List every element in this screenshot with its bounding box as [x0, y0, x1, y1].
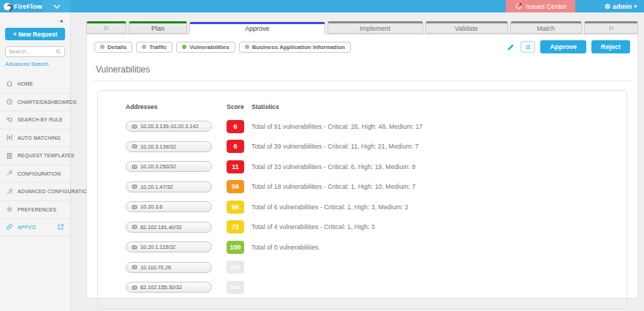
table-row: 82.102.155.30/32 N/A [126, 277, 619, 298]
sidebar-nav: HOME CHARTS/DASHBOARDS SEARCH BY RULE AU… [0, 75, 70, 236]
flag-icon: ⚐ [103, 25, 109, 32]
address-chip[interactable]: 10.110.70.26 [126, 262, 212, 273]
tab-validate[interactable]: Validate [425, 21, 508, 34]
search-icon [56, 48, 61, 55]
statistics-text: Total of 39 vulnerabilities - Critical: … [251, 143, 619, 150]
sidebar: ◄ + New Request Advanced Search HOME CHA… [0, 12, 71, 311]
reject-button[interactable]: Reject [591, 40, 630, 53]
statistics-text: Total of 0 vulnerabilities. [251, 244, 619, 251]
caret-down-icon: ▾ [634, 4, 637, 10]
address-chip[interactable]: 82.102.181.40/32 [126, 222, 212, 233]
charts-icon [6, 98, 13, 105]
tab-match[interactable]: Match [510, 21, 582, 34]
sidebar-item-home[interactable]: HOME [0, 75, 70, 93]
table-row: 10.20.3.6 66 Total of 6 vulnerabilities … [126, 197, 619, 217]
user-name: admin [613, 3, 632, 10]
sidebar-item-charts-dashboards[interactable]: CHARTS/DASHBOARDS [0, 93, 70, 111]
sidebar-item-preferences[interactable]: PREFERENCES [0, 201, 70, 219]
algosec-logo-icon [4, 3, 11, 10]
tab-end-flag[interactable]: ⚐ [584, 21, 638, 34]
sidebar-item-advanced-configuration[interactable]: ADVANCED CONFIGURATION [0, 182, 70, 201]
user-menu[interactable]: ⚙ admin ▾ [575, 0, 644, 12]
statistics-text: Total of 18 vulnerabilities - Critical: … [251, 183, 619, 190]
sidebar-item-request-templates[interactable]: REQUEST TEMPLATES [0, 146, 70, 165]
auto-matching-icon [6, 134, 13, 141]
address-chip[interactable]: 10.20.1.115/32 [126, 241, 212, 252]
tab-implement[interactable]: Implement [327, 21, 423, 34]
table-header-row: Addresses Score Statistics [126, 103, 619, 110]
address-chip[interactable]: 10.20.3.139-10.20.3.142 [126, 121, 212, 132]
panel-title: Vulnerabilities [93, 61, 632, 81]
subtab-traffic[interactable]: Traffic [136, 42, 173, 53]
address-chip[interactable]: 10.20.1.47/32 [126, 181, 212, 192]
search-rule-icon [6, 116, 13, 124]
tab-plan[interactable]: Plan [129, 21, 187, 34]
sidebar-item-appviz[interactable]: APPVIZ [0, 218, 70, 236]
col-score: Score [227, 103, 251, 110]
sidebar-item-auto-matching[interactable]: AUTO MATCHING [0, 129, 70, 147]
subtab-vulnerabilities[interactable]: Vulnerabilities [176, 42, 235, 53]
issues-center-label: Issues Center [526, 3, 567, 10]
sidebar-item-configuration[interactable]: CONFIGURATION [0, 165, 70, 183]
bell-alert-icon [515, 2, 523, 10]
wrench-icon [6, 170, 13, 177]
gear-icon: ⚙ [605, 3, 610, 10]
tab-approve[interactable]: Approve [189, 22, 325, 34]
score-badge: N/A [227, 281, 244, 294]
host-icon [132, 164, 137, 170]
tab-start-flag[interactable]: ⚐ [86, 21, 126, 34]
subtab-business-application-information[interactable]: Business Application Information [239, 42, 351, 53]
search-input[interactable] [9, 48, 56, 55]
edit-pencil-icon[interactable] [506, 42, 515, 52]
host-icon [132, 285, 137, 291]
address-chip[interactable]: 10.20.3.6 [126, 201, 212, 212]
score-badge: 6 [227, 140, 244, 153]
header-spacer [71, 0, 506, 12]
address-chip[interactable]: 10.20.3.139/32 [126, 141, 212, 152]
app-header: FireFlow Issues Center ⚙ admin ▾ [0, 0, 644, 12]
vulnerabilities-panel: Vulnerabilities Addresses Score Statisti… [93, 61, 632, 310]
host-icon [132, 124, 137, 130]
host-icon [132, 184, 137, 190]
statistics-text: Total of 4 vulnerabilities - Critical: 1… [251, 223, 619, 231]
host-icon [132, 224, 137, 230]
workflow-tabs: ⚐ Plan Approve Implement Validate Match … [86, 21, 638, 34]
approve-button[interactable]: Approve [540, 40, 586, 53]
subtab-details[interactable]: Details [94, 42, 132, 53]
templates-icon [6, 152, 13, 160]
subtab-row: Details Traffic Vulnerabilities Business… [87, 34, 637, 58]
approve-stage-card: Details Traffic Vulnerabilities Business… [86, 34, 638, 299]
table-row: 10.20.3.250/32 11 Total of 33 vulnerabil… [126, 157, 619, 177]
header-chevron-toggle[interactable] [42, 0, 71, 12]
chevron-down-icon [53, 4, 61, 9]
sidebar-item-search-by-rule[interactable]: SEARCH BY RULE [0, 110, 70, 129]
score-badge: 100 [227, 241, 244, 254]
advanced-search-link[interactable]: Advanced Search [5, 61, 65, 67]
app-title: FireFlow [14, 3, 42, 10]
list-menu-button[interactable]: ≡ [520, 41, 535, 53]
statistics-text: Total of 6 vulnerabilities - Critical: 1… [251, 203, 619, 211]
table-row: 10.20.1.115/32 100 Total of 0 vulnerabil… [126, 237, 619, 258]
host-icon [132, 244, 137, 250]
stage-actions: ≡ Approve Reject [506, 40, 630, 53]
score-badge: 66 [227, 201, 244, 214]
table-row: 10.20.3.139-10.20.3.142 6 Total of 91 vu… [126, 116, 619, 137]
status-dot-icon [100, 45, 105, 49]
sidebar-collapse-button[interactable]: ◄ [0, 12, 70, 25]
sidebar-search [5, 46, 65, 57]
host-icon [132, 143, 137, 149]
flag-icon: ⚐ [608, 25, 614, 32]
external-link-icon [57, 223, 64, 231]
score-badge: 11 [227, 160, 244, 173]
address-chip[interactable]: 10.20.3.250/32 [126, 161, 212, 172]
issues-center-button[interactable]: Issues Center [506, 0, 575, 12]
address-chip[interactable]: 82.102.155.30/32 [126, 282, 212, 293]
new-request-button[interactable]: + New Request [5, 28, 65, 40]
score-badge: 6 [227, 120, 244, 133]
table-row: 10.110.70.26 N/A [126, 258, 619, 278]
tools-icon [6, 188, 13, 195]
preferences-gear-icon [6, 206, 13, 213]
status-dot-icon [245, 45, 249, 49]
host-icon [132, 204, 137, 210]
app-logo: FireFlow [0, 0, 42, 12]
